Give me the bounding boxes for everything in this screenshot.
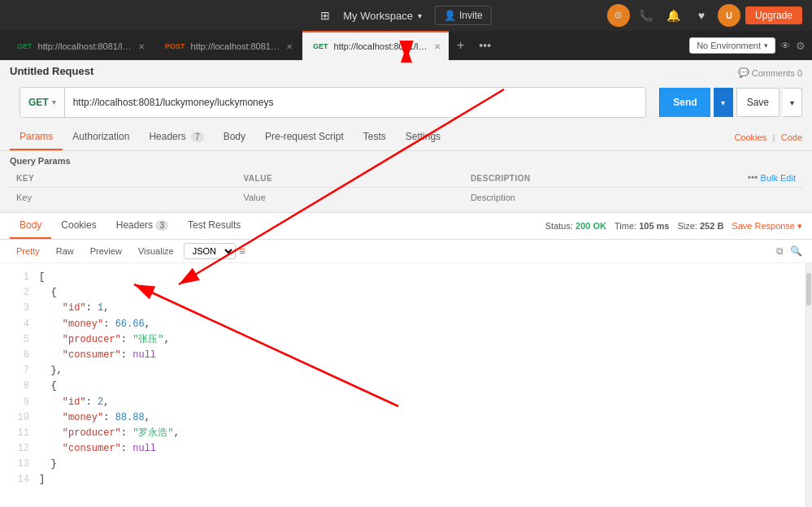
res-tab-body[interactable]: Body (10, 213, 51, 239)
code-line-14: 14 ] (0, 472, 812, 488)
url-input[interactable] (65, 97, 646, 108)
key-input[interactable] (16, 189, 230, 206)
col-description: DESCRIPTION (464, 169, 691, 188)
code-line-9: 9 "id": 2, (0, 395, 812, 410)
more-tabs-button[interactable]: ••• (472, 31, 497, 60)
request-tabs: Params Authorization Headers 7 Body Pre-… (0, 124, 812, 151)
code-line-5: 5 "producer": "张压", (0, 332, 812, 348)
json-format-select[interactable]: JSON XML HTML Text (184, 243, 236, 259)
tab1-close[interactable]: ✕ (138, 42, 145, 51)
url-bar: GET ▾ (20, 87, 646, 118)
code-link[interactable]: Code (781, 132, 802, 142)
method-select[interactable]: GET ▾ (20, 88, 65, 117)
search-response-btn[interactable]: 🔍 (790, 245, 802, 257)
tab2-close[interactable]: ✕ (286, 42, 293, 51)
headers-badge: 7 (191, 132, 204, 142)
tab-params[interactable]: Params (10, 124, 63, 150)
comments-link[interactable]: 💬 Comments 0 (738, 67, 802, 78)
format-visualize[interactable]: Visualize (132, 243, 180, 259)
size-info: Size: 252 B (677, 221, 723, 231)
value-input[interactable] (243, 189, 457, 206)
response-status: Status: 200 OK Time: 105 ms Size: 252 B … (545, 221, 802, 232)
res-tab-headers[interactable]: Headers 3 (106, 213, 178, 239)
params-more-button[interactable]: ••• (748, 172, 758, 184)
tab3-close[interactable]: ✕ (434, 42, 441, 51)
top-navigation: ⊞ My Workspace ▾ 👤 Invite ⚙ 📞 🔔 ♥ U Upgr… (0, 0, 812, 31)
tab-params-label: Params (20, 131, 53, 142)
heart-icon-btn[interactable]: ♥ (690, 4, 713, 27)
response-code-area[interactable]: 1 [ 2 { 3 "id": 1, 4 "money": 66.66, 5 "… (0, 263, 812, 507)
workspace-button[interactable]: My Workspace ▾ (337, 6, 428, 25)
response-section: Body Cookies Headers 3 Test Results Stat… (0, 212, 812, 507)
res-tab-test-results[interactable]: Test Results (178, 213, 250, 239)
send-button[interactable]: Send (659, 88, 710, 117)
tab-body-label: Body (224, 131, 245, 142)
format-preview[interactable]: Preview (84, 243, 128, 259)
tab-settings[interactable]: Settings (396, 124, 450, 150)
time-label: Time: (614, 221, 639, 231)
workspace-label: My Workspace (343, 10, 413, 22)
response-format-bar: Pretty Raw Preview Visualize JSON XML HT… (0, 240, 812, 263)
tab-3[interactable]: GET http://localhost:8081/luckymon... ✕ (302, 31, 449, 60)
avatar[interactable]: U (718, 4, 740, 27)
main-layout: Untitled Request 💬 Comments 0 GET ▾ Send… (0, 60, 812, 507)
col-key: KEY (10, 169, 237, 188)
tab1-method: GET (15, 41, 35, 51)
params-table: KEY VALUE DESCRIPTION ••• Bulk Edit (10, 169, 802, 207)
divider: | (773, 132, 775, 142)
settings-icon-btn[interactable]: ⚙ (607, 4, 630, 27)
query-params-title: Query Params (10, 156, 802, 166)
upgrade-button[interactable]: Upgrade (745, 6, 802, 24)
description-input[interactable] (471, 189, 684, 206)
format-raw[interactable]: Raw (50, 243, 80, 259)
tab-authorization-label: Authorization (72, 131, 129, 142)
tab-pre-request[interactable]: Pre-request Script (255, 124, 354, 150)
tab-body[interactable]: Body (214, 124, 255, 150)
send-dropdown-button[interactable]: ▾ (714, 88, 733, 117)
tab-headers[interactable]: Headers 7 (139, 124, 213, 150)
code-line-10: 10 "money": 88.88, (0, 410, 812, 426)
copy-response-btn[interactable]: ⧉ (776, 245, 784, 257)
tab-authorization[interactable]: Authorization (63, 124, 139, 150)
scrollbar-thumb[interactable] (806, 273, 811, 306)
scrollbar[interactable] (805, 263, 812, 507)
request-title: Untitled Request (10, 65, 93, 77)
code-line-12: 12 "consumer": null (0, 441, 812, 457)
tab-settings-label: Settings (406, 131, 441, 142)
tab2-method: POST (163, 41, 188, 51)
size-label: Size: (677, 221, 700, 231)
cookies-link[interactable]: Cookies (734, 132, 766, 142)
save-dropdown-button[interactable]: ▾ (783, 88, 802, 117)
code-line-1: 1 [ (0, 270, 812, 285)
save-response-label: Save Response (732, 221, 795, 231)
code-line-6: 6 "consumer": null (0, 348, 812, 363)
status-label: Status: 200 OK (545, 221, 606, 231)
add-tab-button[interactable]: + (450, 31, 471, 60)
query-params-section: Query Params KEY VALUE DESCRIPTION ••• B… (0, 151, 812, 212)
comment-icon: 💬 (738, 67, 749, 78)
tab-2[interactable]: POST http://localhost:8081/luckymо... ✕ (154, 31, 301, 60)
save-button[interactable]: Save (736, 88, 779, 117)
phone-icon-btn[interactable]: 📞 (635, 4, 658, 27)
res-tab-test-results-label: Test Results (188, 219, 241, 231)
bell-icon-btn[interactable]: 🔔 (662, 4, 685, 27)
format-indent-btn[interactable]: ≡ (239, 245, 245, 258)
code-line-11: 11 "producer": "罗永浩", (0, 426, 812, 441)
tab-tests[interactable]: Tests (354, 124, 396, 150)
save-response-button[interactable]: Save Response ▾ (732, 221, 802, 232)
tab-1[interactable]: GET http://localhost:8081/luckymо... ✕ (7, 31, 153, 60)
env-settings-icon-btn[interactable]: ⚙ (796, 40, 805, 52)
status-value: 200 OK (575, 221, 606, 231)
eye-icon-btn[interactable]: 👁 (780, 40, 791, 52)
invite-button[interactable]: 👤 Invite (435, 6, 492, 25)
method-value: GET (28, 97, 49, 108)
bulk-edit-button[interactable]: Bulk Edit (761, 173, 796, 183)
format-pretty[interactable]: Pretty (10, 243, 46, 259)
person-icon: 👤 (444, 10, 456, 21)
environment-select[interactable]: No Environment ▾ (689, 37, 775, 54)
res-tab-cookies[interactable]: Cookies (51, 213, 106, 239)
env-label: No Environment (697, 41, 761, 50)
comments-label: Comments (752, 68, 795, 78)
code-line-8: 8 { (0, 379, 812, 394)
code-line-4: 4 "money": 66.66, (0, 317, 812, 332)
